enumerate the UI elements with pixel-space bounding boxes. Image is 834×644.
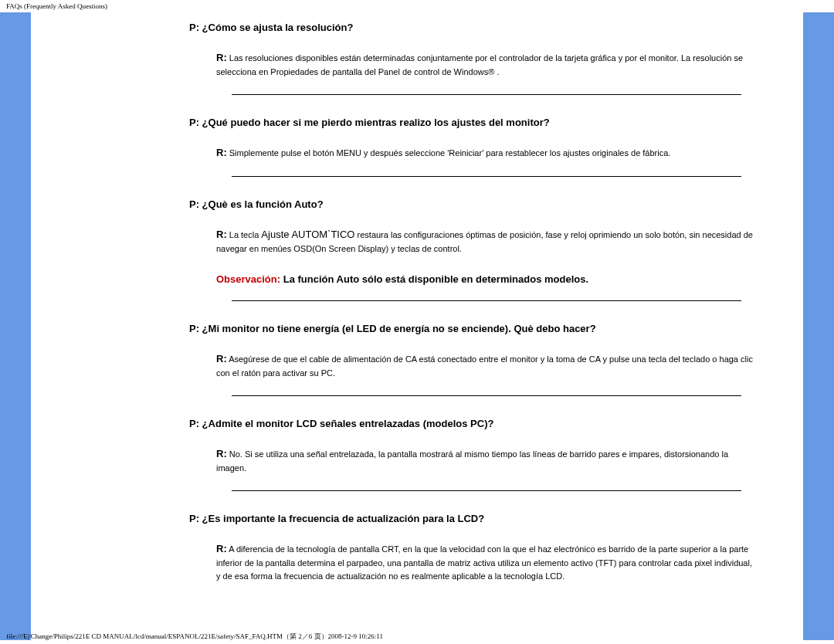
divider bbox=[232, 490, 741, 491]
answer-text: A diferencia de la tecnología de pantall… bbox=[216, 544, 752, 581]
question-2: P: ¿Qué puedo hacer si me pierdo mientra… bbox=[189, 117, 803, 128]
answer-text: Las resoluciones disponibles están deter… bbox=[216, 53, 743, 76]
page-footer: file:///E|/Change/Philips/221E CD MANUAL… bbox=[6, 632, 383, 642]
answer-2: R: Simplemente pulse el botón MENU y des… bbox=[216, 145, 757, 161]
divider bbox=[232, 176, 741, 177]
divider bbox=[232, 300, 741, 301]
question-1: P: ¿Cómo se ajusta la resolución? bbox=[189, 22, 803, 33]
answer-prefix: R: bbox=[216, 52, 227, 63]
main-container: P: ¿Cómo se ajusta la resolución? R: Las… bbox=[0, 12, 834, 640]
answer-6: R: A diferencia de la tecnología de pant… bbox=[216, 541, 757, 583]
answer-prefix: R: bbox=[216, 543, 227, 554]
page-header: FAQs (Frequently Asked Questions) bbox=[0, 0, 834, 12]
qa-block-1: P: ¿Cómo se ajusta la resolución? R: Las… bbox=[170, 22, 803, 79]
answer-text: Simplemente pulse el botón MENU y despué… bbox=[227, 148, 671, 158]
answer-1: R: Las resoluciones disponibles están de… bbox=[216, 50, 757, 79]
content-area: P: ¿Cómo se ajusta la resolución? R: Las… bbox=[31, 12, 803, 640]
answer-big-term: Ajuste AUTOM`TICO bbox=[261, 229, 354, 240]
right-sidebar bbox=[803, 12, 834, 640]
answer-text: Asegúrese de que el cable de alimentació… bbox=[216, 354, 753, 378]
question-5: P: ¿Admite el monitor LCD señales entrel… bbox=[189, 418, 803, 429]
answer-text-before: La tecla bbox=[227, 230, 262, 239]
answer-5: R: No. Si se utiliza una señal entrelaza… bbox=[216, 446, 757, 475]
question-6: P: ¿Es importante la frecuencia de actua… bbox=[189, 513, 803, 524]
divider bbox=[232, 395, 741, 396]
question-4: P: ¿Mi monitor no tiene energía (el LED … bbox=[189, 323, 803, 334]
observation-text: La función Auto sólo está disponible en … bbox=[280, 273, 588, 285]
answer-3: R: La tecla Ajuste AUTOM`TICO restaura l… bbox=[216, 227, 757, 256]
divider bbox=[232, 94, 741, 95]
qa-block-3: P: ¿Què es la función Auto? R: La tecla … bbox=[170, 198, 803, 284]
answer-prefix: R: bbox=[216, 353, 227, 364]
qa-block-4: P: ¿Mi monitor no tiene energía (el LED … bbox=[170, 323, 803, 380]
question-3: P: ¿Què es la función Auto? bbox=[189, 198, 803, 210]
left-sidebar bbox=[0, 12, 31, 640]
answer-prefix: R: bbox=[216, 448, 227, 459]
qa-block-2: P: ¿Qué puedo hacer si me pierdo mientra… bbox=[170, 117, 803, 161]
answer-prefix: R: bbox=[216, 229, 227, 240]
observation-3: Observación: La función Auto sólo está d… bbox=[216, 273, 757, 285]
observation-prefix: Observación: bbox=[216, 273, 280, 285]
answer-text: No. Si se utiliza una señal entrelazada,… bbox=[216, 449, 728, 473]
qa-block-5: P: ¿Admite el monitor LCD señales entrel… bbox=[170, 418, 803, 475]
answer-prefix: R: bbox=[216, 147, 227, 158]
answer-4: R: Asegúrese de que el cable de alimenta… bbox=[216, 351, 757, 380]
qa-block-6: P: ¿Es importante la frecuencia de actua… bbox=[170, 513, 803, 583]
